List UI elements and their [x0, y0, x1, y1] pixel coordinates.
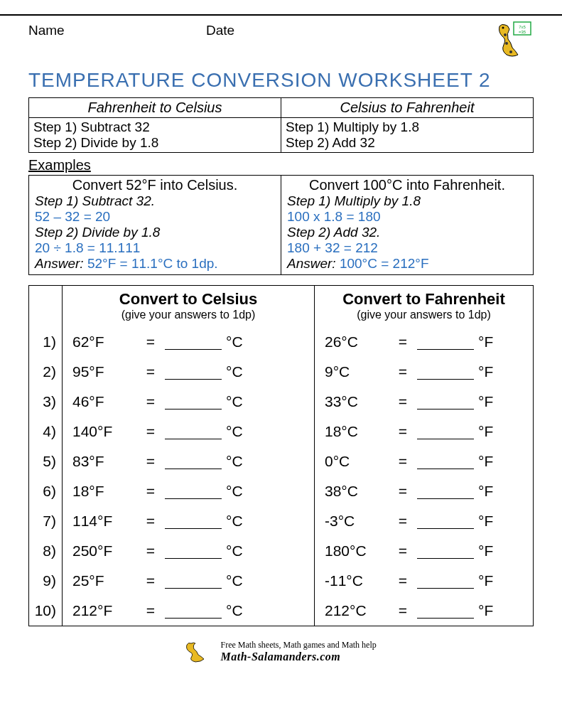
- unit-celsius: °C: [222, 393, 243, 410]
- equals-sign: =: [136, 542, 165, 560]
- answer-blank[interactable]: [165, 513, 222, 529]
- footer-tagline: Free Math sheets, Math games and Math he…: [221, 640, 377, 651]
- problem-number: 8): [29, 542, 62, 560]
- answer-blank[interactable]: [165, 602, 222, 619]
- unit-celsius: °C: [222, 333, 243, 350]
- salamander-logo-icon: 7x5 =35: [491, 19, 534, 62]
- answer-blank[interactable]: [165, 363, 222, 380]
- equals-sign: =: [389, 333, 417, 350]
- problem-row-left: 25°F=°C: [63, 566, 314, 596]
- problem-value-c: 212°C: [315, 602, 389, 619]
- problem-value-c: -3°C: [315, 513, 389, 530]
- problem-number: 5): [29, 453, 62, 470]
- example-left-step2-label: Step 2) Divide by 1.8: [35, 225, 275, 240]
- problem-value-f: 95°F: [63, 363, 136, 380]
- unit-celsius: °C: [222, 513, 243, 530]
- problem-row-left: 114°F=°C: [63, 506, 314, 536]
- unit-celsius: °C: [222, 483, 243, 500]
- rule-f2c-step2: Step 2) Divide by 1.8: [33, 135, 276, 151]
- example-left-step1-calc: 52 – 32 = 20: [35, 209, 275, 225]
- problem-row-right: 9°C=°F: [315, 357, 533, 387]
- problems-right-heading: Convert to Fahrenheit: [315, 286, 533, 309]
- problem-value-c: 38°C: [315, 483, 389, 500]
- answer-blank[interactable]: [165, 483, 222, 499]
- unit-fahrenheit: °F: [474, 513, 493, 530]
- unit-fahrenheit: °F: [474, 393, 493, 410]
- problem-row-left: 83°F=°C: [63, 446, 314, 476]
- rules-heading-f2c: Fahrenheit to Celsius: [29, 98, 281, 118]
- problem-row-left: 140°F=°C: [63, 417, 314, 446]
- equals-sign: =: [389, 423, 417, 440]
- example-left-answer-label: Answer:: [35, 256, 84, 271]
- example-left-heading: Convert 52°F into Celsius.: [35, 177, 275, 193]
- equals-sign: =: [389, 513, 417, 530]
- answer-blank[interactable]: [417, 542, 474, 559]
- answer-blank[interactable]: [165, 453, 222, 469]
- problem-value-f: 25°F: [63, 572, 136, 589]
- problem-number: 1): [29, 333, 62, 350]
- problem-row-left: 95°F=°C: [63, 357, 314, 387]
- problem-value-c: 18°C: [315, 423, 389, 440]
- answer-blank[interactable]: [417, 333, 474, 350]
- problem-number: 6): [29, 483, 62, 500]
- answer-blank[interactable]: [417, 602, 474, 619]
- problem-row-right: 18°C=°F: [315, 417, 533, 446]
- answer-blank[interactable]: [417, 393, 474, 410]
- equals-sign: =: [136, 363, 165, 380]
- svg-text:7x5: 7x5: [519, 25, 526, 29]
- problem-row-left: 212°F=°C: [63, 596, 314, 626]
- equals-sign: =: [136, 572, 165, 589]
- problem-row-right: -3°C=°F: [315, 506, 533, 536]
- unit-fahrenheit: °F: [474, 483, 493, 500]
- problem-value-f: 140°F: [63, 423, 136, 440]
- problem-row-left: 18°F=°C: [63, 476, 314, 506]
- answer-blank[interactable]: [165, 423, 222, 439]
- answer-blank[interactable]: [417, 453, 474, 469]
- unit-fahrenheit: °F: [474, 333, 493, 350]
- problems-right-subnote: (give your answers to 1dp): [315, 309, 533, 327]
- answer-blank[interactable]: [417, 483, 474, 499]
- unit-fahrenheit: °F: [474, 453, 493, 470]
- answer-blank[interactable]: [165, 393, 222, 410]
- equals-sign: =: [389, 483, 417, 500]
- svg-point-4: [504, 33, 507, 36]
- example-left-step2-calc: 20 ÷ 1.8 = 11.111: [35, 240, 275, 256]
- problem-value-f: 62°F: [63, 333, 136, 350]
- answer-blank[interactable]: [165, 333, 222, 350]
- problem-value-f: 18°F: [63, 483, 136, 500]
- equals-sign: =: [136, 453, 165, 470]
- unit-fahrenheit: °F: [474, 542, 493, 560]
- answer-blank[interactable]: [417, 513, 474, 529]
- example-right-answer-label: Answer:: [287, 256, 336, 271]
- answer-blank[interactable]: [417, 363, 474, 380]
- problem-row-right: 38°C=°F: [315, 476, 533, 506]
- page-title: TEMPERATURE CONVERSION WORKSHEET 2: [28, 69, 534, 92]
- problem-value-c: 180°C: [315, 542, 389, 560]
- answer-blank[interactable]: [417, 572, 474, 589]
- svg-point-6: [509, 50, 512, 53]
- problem-value-f: 46°F: [63, 393, 136, 410]
- examples-label: Examples: [28, 157, 534, 173]
- problem-number: 10): [29, 602, 62, 619]
- equals-sign: =: [136, 393, 165, 410]
- answer-blank[interactable]: [165, 572, 222, 589]
- problem-number: 4): [29, 423, 62, 440]
- equals-sign: =: [136, 333, 165, 350]
- svg-point-5: [505, 42, 508, 45]
- equals-sign: =: [389, 572, 417, 589]
- equals-sign: =: [389, 363, 417, 380]
- unit-fahrenheit: °F: [474, 572, 493, 589]
- problem-row-left: 62°F=°C: [63, 327, 314, 357]
- svg-text:=35: =35: [519, 30, 526, 34]
- example-right-heading: Convert 100°C into Fahrenheit.: [287, 177, 527, 193]
- answer-blank[interactable]: [165, 542, 222, 559]
- unit-celsius: °C: [222, 363, 243, 380]
- name-label: Name: [28, 23, 206, 38]
- problem-value-f: 250°F: [63, 542, 136, 560]
- problem-row-left: 46°F=°C: [63, 387, 314, 417]
- equals-sign: =: [389, 542, 417, 560]
- example-right-step2-label: Step 2) Add 32.: [287, 225, 527, 240]
- unit-celsius: °C: [222, 453, 243, 470]
- answer-blank[interactable]: [417, 423, 474, 439]
- equals-sign: =: [389, 453, 417, 470]
